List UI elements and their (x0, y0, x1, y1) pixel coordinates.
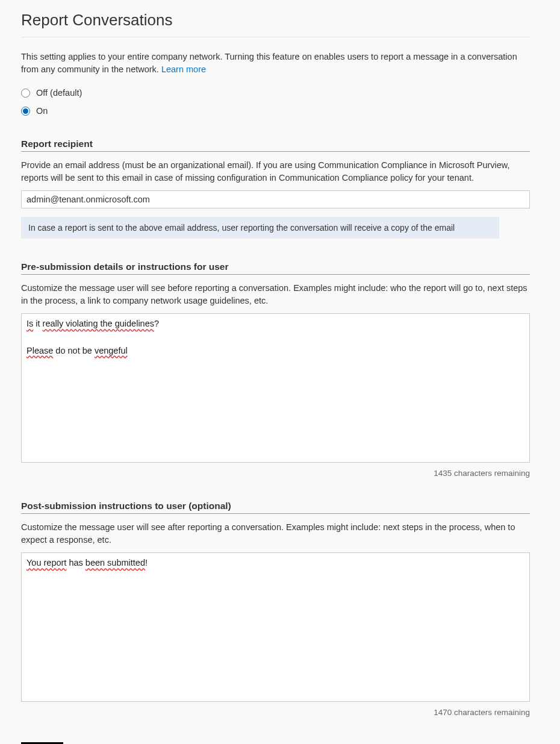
post-line-1: You report has been submitted! (26, 557, 524, 569)
post-title: Post-submission instructions to user (op… (21, 501, 530, 514)
page-title: Report Conversations (21, 11, 530, 37)
radio-on-row[interactable]: On (21, 106, 530, 116)
post-counter: 1470 characters remaining (21, 708, 530, 717)
radio-off-label: Off (default) (36, 88, 82, 98)
recipient-note: In case a report is sent to the above em… (21, 217, 499, 239)
radio-on-label: On (36, 106, 48, 116)
intro-text: This setting applies to your entire comp… (21, 51, 530, 76)
learn-more-link[interactable]: Learn more (161, 64, 206, 74)
pre-desc: Customize the message user will see befo… (21, 282, 530, 307)
post-desc: Customize the message user will see afte… (21, 521, 530, 546)
pre-blank-line (26, 331, 524, 343)
recipient-section: Report recipient Provide an email addres… (21, 139, 530, 239)
pre-title: Pre-submission details or instructions f… (21, 261, 530, 275)
post-submission-textarea[interactable]: You report has been submitted! (21, 552, 530, 702)
radio-off[interactable] (21, 89, 30, 98)
intro-text-body: This setting applies to your entire comp… (21, 52, 517, 74)
recipient-title: Report recipient (21, 139, 530, 152)
recipient-desc: Provide an email address (must be an org… (21, 159, 530, 184)
radio-on[interactable] (21, 107, 30, 116)
radio-off-row[interactable]: Off (default) (21, 88, 530, 98)
recipient-email-input[interactable] (21, 190, 530, 208)
pre-counter: 1435 characters remaining (21, 469, 530, 478)
post-section: Post-submission instructions to user (op… (21, 501, 530, 717)
pre-section: Pre-submission details or instructions f… (21, 261, 530, 478)
pre-line-1: Is it really violating the guidelines? (26, 317, 524, 330)
pre-submission-textarea[interactable]: Is it really violating the guidelines? P… (21, 313, 530, 463)
pre-line-2: Please do not be vengeful (26, 345, 524, 357)
